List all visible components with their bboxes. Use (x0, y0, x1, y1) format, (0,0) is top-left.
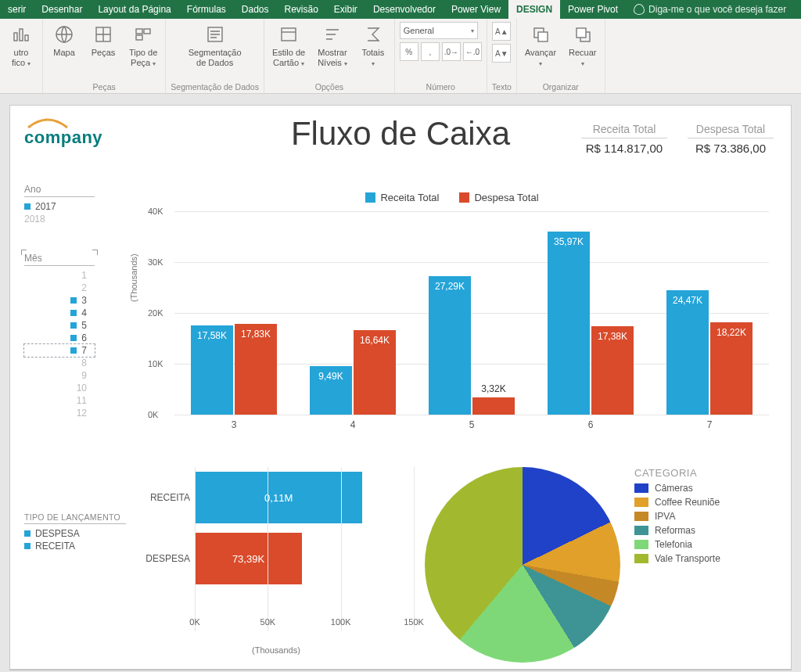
slicer-item[interactable]: 9 (24, 369, 95, 382)
legend-item: Coffee Reuniõe (634, 497, 720, 508)
decrease-decimal-button[interactable]: ←.0 (463, 42, 482, 61)
x-axis-label: (Thousands) (135, 645, 417, 655)
slicer-title: Mês (24, 253, 95, 266)
bar[interactable]: 18,22K (710, 322, 753, 415)
slicer-item[interactable]: 8 (24, 357, 95, 369)
tab-serir[interactable]: serir (0, 0, 34, 19)
svg-rect-0 (14, 33, 17, 41)
slicer-item[interactable]: 11 (24, 394, 95, 407)
slicer-item[interactable]: 12 (24, 407, 95, 419)
slicer-item[interactable]: DESPESA (24, 527, 126, 540)
svg-rect-6 (144, 29, 150, 34)
y-tick: 40K (148, 207, 163, 216)
increase-font-button[interactable]: A▲ (492, 22, 511, 41)
tab-revisão[interactable]: Revisão (277, 0, 326, 19)
svg-rect-7 (136, 35, 142, 40)
pie-chart[interactable]: CATEGORIA CâmerasCoffee ReuniõeIPVARefor… (425, 467, 775, 670)
bar[interactable]: 9,49K (310, 366, 352, 415)
tab-design[interactable]: DESIGN (508, 0, 560, 19)
bar[interactable]: 16,64K (354, 330, 396, 415)
x-tick: 50K (260, 617, 276, 627)
svg-rect-9 (282, 28, 296, 41)
avancar-button[interactable]: Avançar▾ (522, 22, 559, 69)
x-tick: 7 (650, 419, 769, 430)
slicer-item[interactable]: 2018 (24, 213, 95, 225)
number-format-combo[interactable]: General▾ (400, 22, 478, 39)
slicer-item[interactable]: 10 (24, 382, 95, 394)
y-tick: 30K (148, 257, 163, 267)
percent-button[interactable]: % (400, 42, 418, 61)
slicer-item[interactable]: 4 (24, 307, 95, 319)
tab-layout-da-página[interactable]: Layout da Página (90, 0, 178, 19)
totals-block: Receita Total R$ 114.817,00 Despesa Tota… (581, 123, 774, 155)
x-tick: 0K (189, 617, 199, 627)
total-label: Despesa Total (688, 123, 774, 138)
y-tick: 10K (148, 359, 163, 368)
bar[interactable]: 17,58K (191, 325, 233, 415)
slicer-item[interactable]: 3 (24, 294, 95, 307)
canvas-area: company Fluxo de Caixa Receita Total R$ … (0, 94, 801, 670)
estilo-cartao-button[interactable]: Estilo deCartão ▾ (269, 22, 308, 69)
ribbon-group-numero: General▾ % , .0→ ←.0 Número (395, 19, 487, 93)
y-tick: 20K (148, 308, 163, 318)
chart-legend: Receita Total Despesa Total (128, 192, 777, 203)
total-label: Receita Total (581, 123, 667, 138)
tab-power-view[interactable]: Power View (444, 0, 508, 19)
slicer-item[interactable]: 7 (24, 344, 95, 357)
totais-button[interactable]: Totais▾ (357, 22, 390, 69)
ribbon-tabs: serirDesenharLayout da PáginaFórmulasDad… (0, 0, 801, 19)
increase-decimal-button[interactable]: .0→ (442, 42, 461, 61)
bar[interactable]: 27,29K (429, 276, 471, 415)
legend-item: Reformas (634, 525, 720, 536)
decrease-font-button[interactable]: A▼ (492, 44, 511, 63)
bar[interactable]: 3,32K (472, 397, 515, 415)
x-tick: 3 (174, 419, 293, 430)
recuar-button[interactable]: Recuar▾ (566, 22, 599, 69)
bar[interactable]: 17,38K (591, 326, 634, 415)
tab-desenhar[interactable]: Desenhar (34, 0, 90, 19)
slicer-item[interactable]: RECEITA (24, 540, 126, 552)
pecas-button[interactable]: Peças (87, 22, 120, 59)
tell-me-search[interactable]: Diga-me o que você deseja fazer (626, 0, 794, 19)
ribbon-group-texto: A▲ A▼ Texto (487, 19, 517, 93)
bar[interactable]: 24,47K (666, 290, 709, 415)
svg-rect-11 (538, 32, 548, 41)
mostrar-niveis-button[interactable]: MostrarNíveis ▾ (314, 22, 350, 69)
tipo-peca-button[interactable]: Tipo dePeça ▾ (126, 22, 160, 69)
slicer-item[interactable]: 5 (24, 319, 95, 332)
bar[interactable]: 73,39K (195, 533, 302, 584)
power-view-sheet[interactable]: company Fluxo de Caixa Receita Total R$ … (9, 105, 792, 670)
bar[interactable]: 0,11M (195, 472, 362, 523)
map-button[interactable]: Mapa (48, 22, 81, 59)
total-value: R$ 73.386,00 (688, 142, 774, 155)
slicer-month[interactable]: Mês 123456789101112 (24, 253, 95, 419)
ribbon-group-segmentacao: Segmentaçãode Dados Segmentação de Dados (166, 19, 264, 93)
x-tick: 5 (412, 419, 531, 430)
total-despesa: Despesa Total R$ 73.386,00 (688, 123, 774, 155)
slicer-item[interactable]: 6 (24, 332, 95, 344)
slicer-tipo[interactable]: TIPO DE LANÇAMENTO DESPESARECEITA (24, 512, 126, 552)
tab-dados[interactable]: Dados (234, 0, 277, 19)
slicer-item[interactable]: 2 (24, 282, 95, 294)
bar[interactable]: 35,97K (548, 232, 590, 415)
ribbon-group-pecas: Mapa Peças Tipo dePeça ▾ Peças (43, 19, 166, 93)
tab-desenvolvedor[interactable]: Desenvolvedor (365, 0, 444, 19)
slicer-year[interactable]: Ano 20172018 (24, 184, 95, 225)
tab-power-pivot[interactable]: Power Pivot (560, 0, 626, 19)
slicer-item[interactable]: 1 (24, 269, 95, 282)
legend-item: Despesa Total (459, 192, 538, 203)
x-tick: 6 (531, 419, 650, 430)
ribbon-group-misc: utrofico ▾ (0, 19, 43, 93)
other-chart-button[interactable]: utrofico ▾ (5, 22, 38, 69)
bar[interactable]: 17,83K (235, 324, 277, 415)
slicer-item[interactable]: 2017 (24, 200, 95, 213)
segmentacao-button[interactable]: Segmentaçãode Dados (185, 22, 245, 69)
bar-chart-main[interactable]: Receita Total Despesa Total (Thousands) … (128, 192, 777, 446)
bar-chart-horizontal[interactable]: RECEITA0,11MDESPESA73,39K 0K50K100K150K … (135, 467, 417, 670)
pie-graphic (425, 467, 620, 663)
svg-rect-1 (20, 29, 23, 41)
comma-button[interactable]: , (421, 42, 440, 61)
tab-fórmulas[interactable]: Fórmulas (179, 0, 234, 19)
tab-exibir[interactable]: Exibir (326, 0, 365, 19)
group-label: Peças (93, 82, 116, 92)
